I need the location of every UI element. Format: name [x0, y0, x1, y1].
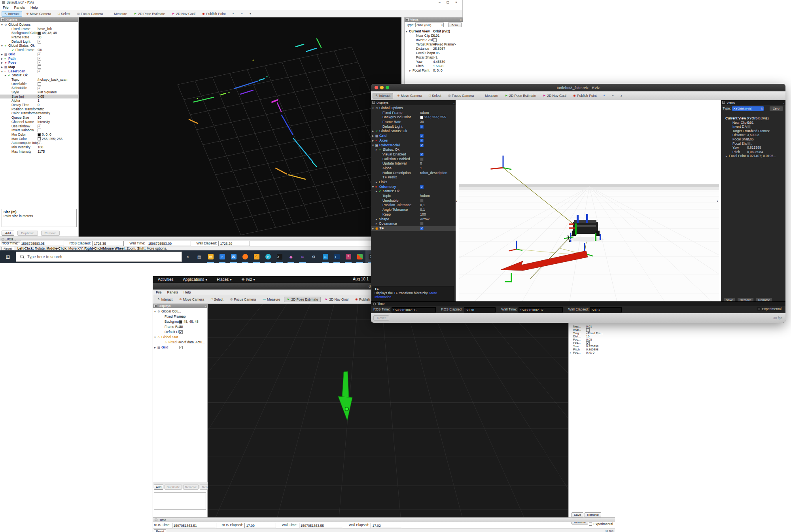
menu-panels[interactable]: Panels	[165, 290, 181, 295]
tree-row[interactable]: ▸✔Status: Ok	[0, 73, 78, 78]
property-value[interactable]: 30	[179, 324, 183, 329]
tool-tool-options[interactable]: ▾	[247, 11, 254, 17]
tree-row[interactable]: Unreliable	[0, 82, 78, 86]
tree-row[interactable]: ▸+Axes✓	[371, 138, 456, 143]
twisty-icon[interactable]: ▸	[154, 345, 157, 350]
tree-row[interactable]: StyleFlat Squares	[0, 90, 78, 95]
property-value[interactable]: /odom	[420, 194, 430, 199]
property-value[interactable]: 1	[38, 98, 40, 103]
tree-row[interactable]: Selectable✓	[0, 86, 78, 90]
property-value[interactable]: 1	[420, 166, 422, 171]
tree-row[interactable]: Distance3,50023	[721, 133, 785, 137]
time-field-value[interactable]: 50.67	[590, 307, 622, 312]
tree-row[interactable]: ▸≈Path✓	[0, 57, 78, 61]
checkbox-icon[interactable]	[747, 142, 751, 146]
taskbar-edge-icon[interactable]: e	[262, 250, 274, 263]
tree-row[interactable]: Alpha1	[371, 166, 456, 171]
checkbox-icon[interactable]	[433, 38, 437, 42]
tree-row[interactable]: ▸▦Grid✓	[0, 52, 78, 57]
taskbar-powershell-icon[interactable]: ›_	[331, 250, 343, 263]
property-value[interactable]	[586, 328, 590, 331]
property-value[interactable]: ✓	[420, 152, 424, 157]
twisty-icon[interactable]: ▾	[154, 309, 157, 314]
tree-row[interactable]: Distance25.5957	[405, 47, 463, 51]
tool-remove-tool[interactable]: −	[238, 11, 246, 17]
property-value[interactable]: <Fixed Fra...	[586, 332, 603, 335]
property-value[interactable]: intensity	[38, 120, 50, 124]
property-value[interactable]: 0; 0; 0	[586, 351, 594, 354]
property-value[interactable]: base_link	[38, 27, 52, 31]
property-value[interactable]: 0.021407; 0.0195...	[747, 154, 776, 158]
tree-row[interactable]: ▸◉TF✓	[371, 226, 456, 231]
tree-row[interactable]: Unreliable	[371, 199, 456, 203]
tool-move-view-tool[interactable]: +	[601, 93, 608, 98]
twisty-icon[interactable]: ▾	[1, 70, 4, 74]
checkbox-icon[interactable]: ✓	[420, 144, 424, 147]
3d-viewport-laserscan[interactable]	[79, 17, 401, 237]
time-field-value[interactable]: 1596725583.09	[147, 241, 191, 246]
tree-row[interactable]: Invert Z Axis	[405, 38, 463, 42]
property-value[interactable]: ✓	[38, 57, 41, 61]
property-value[interactable]: <Fixed Frame>	[433, 42, 456, 47]
twisty-icon[interactable]: ▸	[372, 138, 375, 143]
time-field-value[interactable]: 1597051363.55	[299, 523, 343, 528]
tree-row[interactable]: ▾✔Global Status: Ok	[0, 44, 78, 48]
twisty-icon[interactable]: ▸	[570, 351, 573, 354]
tree-row[interactable]: Target Frame<Fixed Frame>	[721, 129, 785, 133]
property-value[interactable]: XYZ	[38, 107, 44, 112]
checkbox-icon[interactable]: ✓	[38, 142, 41, 145]
property-value[interactable]: ✓	[179, 345, 183, 350]
tree-row[interactable]: Topic/odom	[371, 194, 456, 199]
tree-row[interactable]: Nea...0.01	[569, 325, 615, 328]
tool-publish-point[interactable]: ◉Publish Point	[199, 11, 229, 17]
property-value[interactable]: ✓	[420, 185, 424, 189]
tree-row[interactable]: Visual Enabled✓	[371, 152, 456, 157]
twisty-icon[interactable]: ▸	[372, 134, 375, 138]
checkbox-icon[interactable]	[586, 328, 590, 331]
menu-file[interactable]: File	[153, 290, 165, 295]
mac-zoom-button[interactable]	[386, 86, 389, 89]
tree-row[interactable]: ▸✔Status: Ok	[371, 148, 456, 152]
property-value[interactable]: 0.820398	[586, 345, 598, 348]
twisty-icon[interactable]: ▸	[726, 154, 729, 158]
twisty-icon[interactable]: ▸	[376, 148, 379, 152]
tree-row[interactable]: ▸Focal Point0.021407; 0.0195...	[721, 154, 785, 158]
tree-row[interactable]: Fixed Framebase_link	[0, 27, 78, 31]
checkbox-icon[interactable]: ✓	[38, 57, 41, 61]
property-value[interactable]: ✓	[420, 138, 424, 143]
applications-menu[interactable]: Applications ▾	[178, 277, 212, 282]
start-button[interactable]: ⊞	[0, 254, 16, 260]
property-value[interactable]: 0.05	[38, 95, 44, 99]
property-value[interactable]: 0.05	[586, 338, 592, 341]
menu-help[interactable]: Help	[181, 290, 194, 295]
tree-row[interactable]: ▸▦Grid✓	[153, 345, 207, 350]
property-value[interactable]: Flat Squares	[38, 90, 57, 95]
3d-viewport-robot[interactable]	[459, 100, 719, 301]
tree-row[interactable]: ▾⚠Global Stat...	[153, 335, 207, 340]
tree-row[interactable]: Collision Enabled	[371, 157, 456, 162]
property-value[interactable]: ✓	[586, 341, 590, 345]
tree-row[interactable]: Yaw0,815398	[721, 146, 785, 150]
taskbar-bolt-icon[interactable]: ϟ	[251, 250, 262, 263]
tree-row[interactable]: Backgrou...48; 48; 48	[153, 319, 207, 324]
tree-row[interactable]: Position Tolerance0,1	[371, 203, 456, 208]
tool-interact[interactable]: ↖Interact	[155, 297, 175, 302]
property-value[interactable]	[420, 199, 424, 203]
tree-row[interactable]: Frame Rate30	[371, 120, 456, 125]
property-value[interactable]: 100	[420, 212, 426, 217]
property-value[interactable]: Orbit (rviz)	[433, 29, 450, 34]
property-value[interactable]: 0	[38, 103, 40, 107]
time-field-value[interactable]: 1596801882.35	[392, 307, 436, 312]
tree-row[interactable]: Default Light✓	[371, 125, 456, 129]
tree-row[interactable]: Min Intensity108	[0, 145, 78, 150]
tree-row[interactable]: Inve...	[569, 328, 615, 331]
gnome-clock[interactable]: Aug 10 1	[353, 277, 369, 281]
menu-panels[interactable]: Panels	[11, 5, 28, 10]
property-value[interactable]: ✓	[38, 52, 41, 57]
menu-file[interactable]: File	[0, 5, 11, 10]
tree-row[interactable]: Invert Rainbow	[0, 128, 78, 133]
property-value[interactable]: No tf data. Actu...	[179, 340, 205, 345]
tool-publish-point[interactable]: ◉Publish Point	[570, 93, 600, 98]
property-value[interactable]: ✓	[38, 40, 41, 44]
property-value[interactable]: 3,50023	[747, 133, 759, 137]
